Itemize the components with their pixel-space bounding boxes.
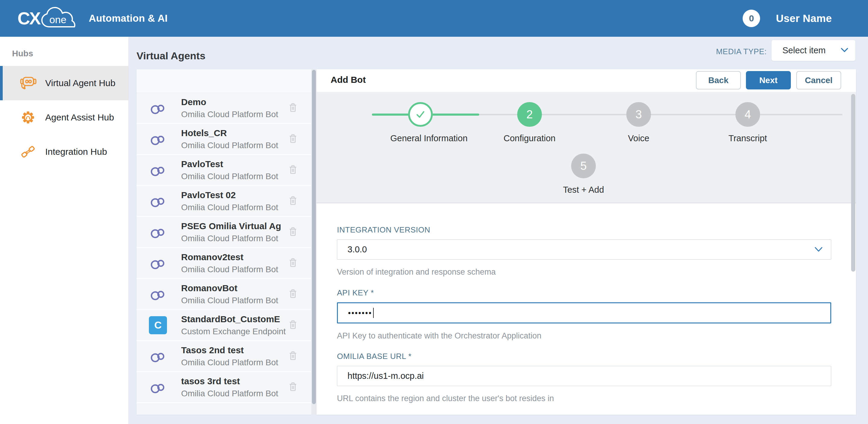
media-type-select[interactable]: Select item [772, 40, 855, 61]
cxone-logo-cloud: one [39, 6, 76, 30]
trash-icon[interactable] [288, 257, 298, 269]
field-label: OMILIA BASE URL * [337, 352, 831, 361]
field-integration-version: INTEGRATION VERSION 3.0.0 Version of int… [337, 225, 831, 277]
step-configuration[interactable]: 2 Configuration [499, 102, 560, 143]
bot-type: Omilia Cloud Platform Bot [181, 203, 288, 212]
app-header: CX one Automation & AI 0 User Name [0, 0, 868, 37]
cancel-button[interactable]: Cancel [796, 71, 841, 90]
omilia-cloud-icon [149, 101, 167, 115]
add-bot-header: Add Bot Back Next Cancel [316, 69, 856, 93]
bot-icon-slot [149, 347, 167, 366]
omilia-cloud-icon [149, 132, 167, 146]
bot-icon-slot [149, 378, 167, 397]
bot-list-item[interactable]: Tasos 2nd test Omilia Cloud Platform Bot [136, 341, 311, 372]
field-api-key: API KEY * ••••••• API Key to authenticat… [337, 288, 831, 340]
trash-icon[interactable] [288, 195, 298, 207]
field-helper: URL contains the region and cluster the … [337, 394, 831, 403]
trash-icon[interactable] [288, 164, 298, 176]
bot-list-panel: Demo Omilia Cloud Platform Bot [136, 69, 311, 415]
bot-icon-slot [149, 223, 167, 241]
bot-icon-slot [149, 130, 167, 149]
cxone-logo-cx: CX [18, 10, 40, 27]
bot-list-item[interactable]: tasos 3rd test Omilia Cloud Platform Bot [136, 372, 311, 403]
custom-endpoint-icon: C [149, 316, 167, 334]
step-circle-active: 2 [517, 102, 542, 127]
check-icon [414, 108, 427, 121]
trash-icon[interactable] [288, 381, 298, 394]
bot-texts: Hotels_CR Omilia Cloud Platform Bot [181, 128, 288, 150]
wizard-panel-scrollbar-thumb[interactable] [851, 94, 855, 272]
step-label: Test + Add [553, 185, 614, 195]
step-general-information[interactable]: General Information [390, 102, 451, 143]
sidebar-section-label: Hubs [12, 49, 33, 58]
field-label: API KEY * [337, 288, 831, 297]
avatar-initial: 0 [749, 13, 754, 24]
field-helper: API Key to authenticate with the Orchest… [337, 331, 831, 340]
field-omilia-base-url: OMILIA BASE URL * https://us1-m.ocp.ai U… [337, 352, 831, 403]
bot-list-item[interactable]: Romanov2test Omilia Cloud Platform Bot [136, 248, 311, 279]
api-key-input[interactable]: ••••••• [337, 302, 831, 323]
back-button[interactable]: Back [696, 71, 741, 90]
cxone-logo-one: one [49, 14, 66, 25]
omilia-cloud-icon [149, 380, 167, 394]
sidebar-item-integration-hub[interactable]: Integration Hub [0, 135, 128, 169]
omilia-cloud-icon [149, 194, 167, 208]
sidebar-item-virtual-agent-hub[interactable]: Virtual Agent Hub [0, 66, 128, 100]
bot-icon-slot: C [149, 316, 167, 334]
bot-list-item[interactable]: Hotels_CR Omilia Cloud Platform Bot [136, 124, 311, 155]
bot-icon-slot [149, 254, 167, 272]
bot-list-item[interactable]: PSEG Omilia Virtual Agent Omilia Cloud P… [136, 217, 311, 248]
trash-icon[interactable] [288, 226, 298, 238]
field-label: INTEGRATION VERSION [337, 225, 831, 235]
trash-icon[interactable] [288, 319, 298, 331]
step-circle: 4 [735, 102, 760, 127]
bot-icon-slot [149, 161, 167, 180]
bot-list-item[interactable]: PavloTest Omilia Cloud Platform Bot [136, 155, 311, 186]
text-caret [373, 308, 374, 318]
media-type-label: MEDIA TYPE: [716, 47, 767, 56]
bot-icon-slot [149, 285, 167, 303]
sidebar: Hubs Virtual Agent Hub [0, 37, 129, 424]
trash-icon[interactable] [288, 102, 298, 115]
bot-type: Omilia Cloud Platform Bot [181, 358, 288, 367]
step-voice[interactable]: 3 Voice [609, 102, 669, 143]
bot-texts: PavloTest Omilia Cloud Platform Bot [181, 159, 288, 181]
bot-texts: RomanovBot Omilia Cloud Platform Bot [181, 283, 288, 305]
bot-list-item[interactable]: Demo Omilia Cloud Platform Bot [136, 93, 311, 124]
sidebar-item-label: Virtual Agent Hub [45, 78, 116, 88]
sidebar-item-label: Integration Hub [45, 146, 107, 157]
bot-list-header [136, 69, 311, 93]
cxone-logo[interactable]: CX one [18, 7, 76, 30]
next-button[interactable]: Next [746, 71, 791, 90]
step-test-add[interactable]: 5 Test + Add [553, 154, 614, 195]
bot-name: Demo [181, 97, 281, 107]
omilia-base-url-input[interactable]: https://us1-m.ocp.ai [337, 366, 831, 386]
omilia-cloud-icon [149, 256, 167, 270]
api-key-masked-value: ••••••• [348, 309, 372, 317]
page-title: Virtual Agents [136, 50, 206, 62]
step-transcript[interactable]: 4 Transcript [718, 102, 778, 143]
bot-list-item[interactable]: C StandardBot_CustomEndp... Custom Excha… [136, 310, 311, 341]
integration-version-select[interactable]: 3.0.0 [337, 239, 831, 260]
bot-list-scrollbar[interactable] [311, 69, 316, 415]
bot-name: PSEG Omilia Virtual Agent [181, 221, 281, 231]
user-name[interactable]: User Name [776, 12, 832, 24]
trash-icon[interactable] [288, 288, 298, 300]
bot-texts: Tasos 2nd test Omilia Cloud Platform Bot [181, 345, 288, 367]
bot-icon-slot [149, 192, 167, 210]
sidebar-item-agent-assist-hub[interactable]: Agent Assist Hub [0, 100, 128, 135]
bot-texts: Romanov2test Omilia Cloud Platform Bot [181, 252, 288, 274]
bot-list-scrollbar-thumb[interactable] [312, 70, 316, 404]
chevron-down-icon [815, 247, 823, 254]
media-type-value: Select item [782, 45, 826, 56]
bot-list-item[interactable]: RomanovBot Omilia Cloud Platform Bot [136, 279, 311, 310]
bot-list-item[interactable]: PavloTest 02 Omilia Cloud Platform Bot [136, 186, 311, 217]
bot-name: Hotels_CR [181, 128, 281, 138]
sidebar-item-label: Agent Assist Hub [45, 112, 114, 123]
trash-icon[interactable] [288, 350, 298, 363]
step-label: General Information [390, 133, 451, 143]
trash-icon[interactable] [288, 133, 298, 145]
avatar[interactable]: 0 [743, 10, 760, 27]
bot-name: Romanov2test [181, 252, 281, 262]
step-label: Configuration [499, 133, 560, 143]
